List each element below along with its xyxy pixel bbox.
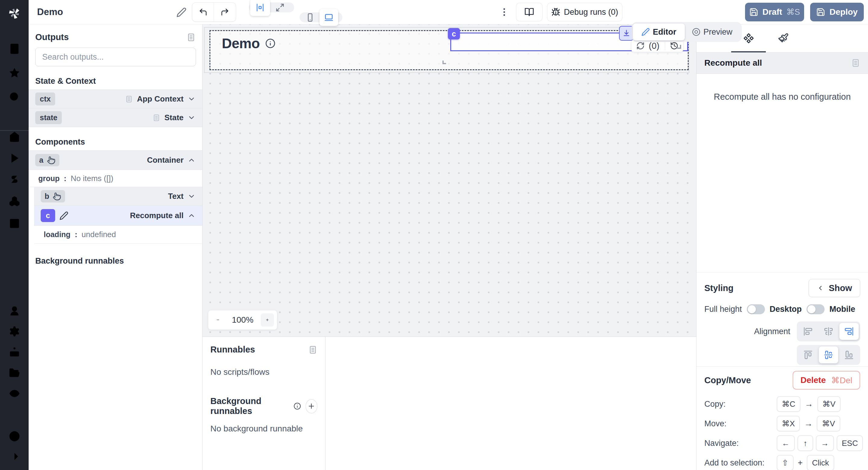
- home-icon[interactable]: [8, 131, 21, 143]
- background-runnables-title: Background runnables: [35, 256, 195, 266]
- plus-separator: +: [798, 458, 803, 468]
- align-center-horizontal-icon: [824, 350, 833, 359]
- kbd-key: ⇧: [777, 455, 794, 470]
- component-row-b[interactable]: b Text: [34, 187, 202, 206]
- device-group: [300, 12, 342, 22]
- docs-button[interactable]: [516, 3, 542, 21]
- workspace-icon[interactable]: [8, 43, 21, 55]
- chevron-up-icon[interactable]: [187, 156, 195, 164]
- bot-icon[interactable]: [8, 346, 21, 358]
- info-icon[interactable]: [293, 402, 301, 411]
- prop-row-group[interactable]: group : No items ([]): [29, 170, 202, 187]
- component-c-chip[interactable]: c: [41, 209, 55, 222]
- draft-button[interactable]: Draft ⌘S: [745, 3, 804, 21]
- centered-width-button[interactable]: [250, 0, 270, 16]
- resources-icon[interactable]: [8, 195, 21, 207]
- ctx-chip[interactable]: ctx: [35, 93, 55, 105]
- settings-icon[interactable]: [8, 325, 21, 338]
- runnables-empty: No scripts/flows: [210, 367, 317, 377]
- rename-app-icon[interactable]: [176, 7, 187, 18]
- eye-icon[interactable]: [8, 387, 21, 400]
- runnables-doc-icon[interactable]: [308, 345, 317, 354]
- zoom-out-button[interactable]: −: [211, 313, 224, 326]
- preview-tab[interactable]: Preview: [685, 24, 740, 40]
- copy-move-title: Copy/Move: [704, 375, 751, 385]
- collapse-rail-icon[interactable]: [8, 450, 21, 463]
- folder-icon[interactable]: [8, 367, 21, 379]
- more-menu-icon[interactable]: [498, 6, 510, 18]
- undo-button[interactable]: [192, 3, 214, 21]
- paintbrush-icon: [778, 33, 789, 44]
- delete-button[interactable]: Delete ⌘Del: [793, 371, 860, 389]
- show-styling-button[interactable]: Show: [809, 279, 860, 297]
- align-top-button[interactable]: [798, 346, 818, 363]
- settings-panel: Recompute all Recompute all has no confi…: [696, 24, 868, 470]
- component-c-type: Recompute all: [130, 211, 184, 220]
- left-resize-handle[interactable]: [442, 61, 446, 64]
- output-row-ctx[interactable]: ctx App Context: [29, 90, 202, 108]
- desktop-label: Desktop: [770, 305, 802, 314]
- app-canvas[interactable]: Demo c (0) − 100% +: [203, 24, 696, 337]
- arrow-separator: →: [805, 399, 813, 409]
- prop-row-loading[interactable]: loading : undefined: [34, 226, 202, 244]
- copy-label: Copy:: [704, 400, 777, 409]
- tab-global-styling[interactable]: [766, 24, 801, 52]
- deploy-label: Deploy: [830, 7, 858, 17]
- editor-preview-group: Editor Preview: [632, 22, 742, 42]
- redo-button[interactable]: [214, 3, 236, 21]
- user-icon[interactable]: [8, 305, 21, 317]
- align-bottom-button[interactable]: [839, 346, 859, 363]
- component-c-tag[interactable]: c: [448, 28, 460, 39]
- component-b-chip[interactable]: b: [41, 190, 65, 202]
- component-doc-icon[interactable]: [851, 58, 860, 67]
- full-width-button[interactable]: [270, 0, 290, 16]
- output-row-state[interactable]: state State: [29, 108, 202, 127]
- deploy-button[interactable]: Deploy: [810, 3, 864, 21]
- favorites-icon[interactable]: [8, 67, 21, 79]
- pointer-hand-icon: [47, 156, 56, 164]
- align-right-button[interactable]: [839, 323, 859, 340]
- component-a-chip[interactable]: a: [35, 154, 59, 166]
- schedules-icon[interactable]: [8, 217, 21, 229]
- kbd-key: Click: [807, 455, 834, 470]
- zoom-in-button[interactable]: +: [261, 313, 274, 326]
- plus-icon: [307, 402, 315, 410]
- mobile-view-button[interactable]: [301, 9, 319, 26]
- search-icon[interactable]: [8, 91, 21, 103]
- help-icon[interactable]: [8, 430, 21, 442]
- chevron-down-icon[interactable]: [187, 114, 195, 122]
- variables-icon[interactable]: [8, 173, 21, 185]
- move-shortcut-row: Move: ⌘X → ⌘V: [704, 416, 860, 432]
- kbd-key: ⌘V: [817, 396, 841, 412]
- info-icon[interactable]: [265, 38, 276, 49]
- undo-redo-group: [192, 2, 236, 22]
- search-outputs-input[interactable]: [35, 48, 196, 66]
- component-row-a[interactable]: a Container: [29, 151, 202, 170]
- chevron-left-icon: [817, 284, 824, 292]
- desktop-view-button[interactable]: [319, 9, 338, 26]
- align-center-horizontal-button[interactable]: [819, 323, 838, 340]
- selected-component-header: Recompute all: [696, 53, 868, 74]
- refresh-icon[interactable]: [636, 41, 645, 50]
- component-row-c[interactable]: c Recompute all: [34, 206, 202, 226]
- edit-id-pencil-icon[interactable]: [59, 211, 68, 220]
- align-left-button[interactable]: [798, 323, 818, 340]
- outputs-panel: Outputs State & Context ctx App Context …: [29, 24, 203, 470]
- editor-tab[interactable]: Editor: [633, 24, 685, 40]
- chevron-down-icon[interactable]: [187, 192, 195, 200]
- add-background-runnable-button[interactable]: [306, 399, 317, 413]
- chevron-down-icon[interactable]: [187, 95, 195, 103]
- prop-key: group: [38, 174, 60, 183]
- align-center-vertical-button[interactable]: [819, 346, 838, 363]
- desktop-toggle[interactable]: [807, 304, 825, 314]
- arrow-down-to-line-icon: [622, 29, 630, 37]
- outputs-doc-icon[interactable]: [187, 33, 195, 42]
- debug-runs-button[interactable]: Debug runs (0): [547, 3, 622, 21]
- state-chip[interactable]: state: [35, 111, 62, 124]
- runs-icon[interactable]: [8, 152, 21, 164]
- full-height-toggle[interactable]: [747, 304, 765, 314]
- windmill-logo[interactable]: [7, 5, 22, 20]
- pointer-hand-icon: [53, 192, 61, 201]
- resize-handle[interactable]: [677, 45, 681, 49]
- chevron-up-icon[interactable]: [187, 212, 195, 220]
